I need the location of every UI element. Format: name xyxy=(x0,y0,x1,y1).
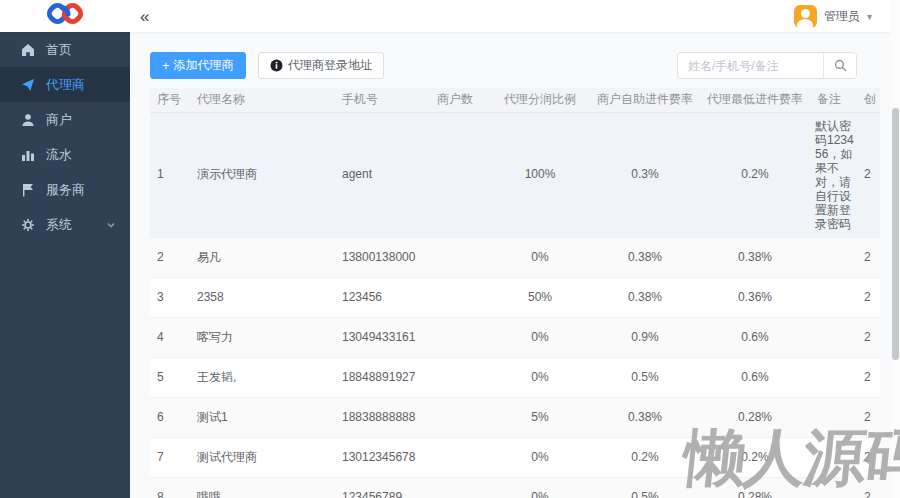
table-row[interactable]: 3235812345650%0.38%0.36%2 xyxy=(150,277,880,317)
column-header: 序号 xyxy=(150,88,190,112)
column-header: 商户自助进件费率 xyxy=(590,88,700,112)
sidebar-item-merchants[interactable]: 商户 xyxy=(0,102,130,137)
cell-merchants xyxy=(430,357,490,397)
column-header: 代理名称 xyxy=(190,88,335,112)
cell-agent_min_rate: 0.36% xyxy=(700,277,810,317)
cell-merchants xyxy=(430,317,490,357)
cell-remark xyxy=(810,317,856,357)
home-icon xyxy=(21,43,35,57)
cell-agent_min_rate: 0.6% xyxy=(700,357,810,397)
agents-table: 序号代理名称手机号商户数代理分润比例商户自助进件费率代理最低进件费率备注创 1演… xyxy=(150,88,880,498)
cell-share: 50% xyxy=(490,277,590,317)
cell-name: 测试1 xyxy=(190,397,335,437)
cell-agent_min_rate: 0.28% xyxy=(700,397,810,437)
cell-remark xyxy=(810,357,856,397)
sidebar-item-home[interactable]: 首页 xyxy=(0,32,130,67)
cell-remark xyxy=(810,397,856,437)
cell-name: 喀写力 xyxy=(190,317,335,357)
main-content: + 添加代理商 代理商登录地址 序号代理名称手机号商户数代 xyxy=(130,32,890,498)
app-logo[interactable] xyxy=(0,2,130,30)
cell-remark: 默认密码123456，如果不对，请自行设置新登录密码 xyxy=(810,112,856,237)
cell-share: 0% xyxy=(490,437,590,477)
cell-remark xyxy=(810,237,856,277)
cell-phone: agent xyxy=(335,112,430,237)
cell-phone: 18848891927 xyxy=(335,357,430,397)
cell-created: 2 xyxy=(856,397,880,437)
cell-merchants xyxy=(430,277,490,317)
table-row[interactable]: 2易凡138001380000%0.38%0.38%2 xyxy=(150,237,880,277)
sidebar-item-label: 商户 xyxy=(46,111,72,129)
sidebar-item-system[interactable]: 系统 xyxy=(0,207,130,242)
cell-created: 2 xyxy=(856,357,880,397)
user-icon xyxy=(21,113,35,127)
bar-chart-icon xyxy=(21,148,35,162)
cell-phone: 13800138000 xyxy=(335,237,430,277)
sidebar-item-label: 系统 xyxy=(46,216,72,234)
plus-icon: + xyxy=(162,58,170,73)
search-button[interactable] xyxy=(823,53,856,78)
cell-created: 2 xyxy=(856,317,880,357)
cell-no: 3 xyxy=(150,277,190,317)
top-header: « 管理员 ▾ xyxy=(0,0,900,32)
cell-share: 0% xyxy=(490,237,590,277)
page-scrollbar xyxy=(890,0,900,498)
table-row[interactable]: 6测试1188388888885%0.38%0.28%2 xyxy=(150,397,880,437)
send-icon xyxy=(21,78,35,92)
cell-created: 2 xyxy=(856,437,880,477)
table-row[interactable]: 4喀写力130494331610%0.9%0.6%2 xyxy=(150,317,880,357)
cell-share: 0% xyxy=(490,317,590,357)
user-name: 管理员 xyxy=(824,8,860,25)
table-row[interactable]: 8哦哦1234567890%0.5%0.28%2 xyxy=(150,477,880,498)
sidebar-item-label: 服务商 xyxy=(46,181,85,199)
cell-share: 100% xyxy=(490,112,590,237)
cell-agent_min_rate: 0.2% xyxy=(700,437,810,477)
cell-no: 4 xyxy=(150,317,190,357)
chevron-down-icon: ▾ xyxy=(867,11,872,22)
sidebar-item-flow[interactable]: 流水 xyxy=(0,137,130,172)
column-header: 创 xyxy=(856,88,880,112)
cell-merchant_rate: 0.2% xyxy=(590,437,700,477)
cell-name: 测试代理商 xyxy=(190,437,335,477)
sidebar-item-agents[interactable]: 代理商 xyxy=(0,67,130,102)
table-row[interactable]: 1演示代理商agent100%0.3%0.2%默认密码123456，如果不对，请… xyxy=(150,112,880,237)
add-agent-button[interactable]: + 添加代理商 xyxy=(150,52,246,79)
user-menu[interactable]: 管理员 ▾ xyxy=(794,5,872,28)
info-icon xyxy=(270,59,283,72)
cell-remark xyxy=(810,277,856,317)
table-row[interactable]: 7测试代理商130123456780%0.2%0.2%2 xyxy=(150,437,880,477)
flag-icon xyxy=(21,183,35,197)
cell-created: 2 xyxy=(856,277,880,317)
cell-phone: 13049433161 xyxy=(335,317,430,357)
cell-merchant_rate: 0.5% xyxy=(590,477,700,498)
cell-merchants xyxy=(430,437,490,477)
cell-created: 2 xyxy=(856,237,880,277)
toolbar: + 添加代理商 代理商登录地址 xyxy=(150,52,870,79)
sidebar-collapse-icon[interactable]: « xyxy=(140,8,149,25)
column-header: 代理最低进件费率 xyxy=(700,88,810,112)
cell-no: 8 xyxy=(150,477,190,498)
search-icon xyxy=(834,59,847,72)
cell-created: 2 xyxy=(856,112,880,237)
cell-no: 7 xyxy=(150,437,190,477)
sidebar-item-providers[interactable]: 服务商 xyxy=(0,172,130,207)
column-header: 代理分润比例 xyxy=(490,88,590,112)
gear-icon xyxy=(21,218,35,232)
cell-merchants xyxy=(430,112,490,237)
sidebar-item-label: 流水 xyxy=(46,146,72,164)
cell-merchants xyxy=(430,237,490,277)
table-body: 1演示代理商agent100%0.3%0.2%默认密码123456，如果不对，请… xyxy=(150,112,880,498)
cell-merchant_rate: 0.38% xyxy=(590,237,700,277)
sidebar-item-label: 首页 xyxy=(46,41,72,59)
table-row[interactable]: 5王发韬,188488919270%0.5%0.6%2 xyxy=(150,357,880,397)
sidebar-item-label: 代理商 xyxy=(46,76,85,94)
column-header: 备注 xyxy=(810,88,856,112)
scrollbar-thumb[interactable] xyxy=(892,108,899,360)
agent-login-url-button[interactable]: 代理商登录地址 xyxy=(258,52,384,79)
search-input[interactable] xyxy=(678,53,823,78)
chevron-down-icon xyxy=(106,220,116,230)
cell-remark xyxy=(810,477,856,498)
cell-created: 2 xyxy=(856,477,880,498)
cell-agent_min_rate: 0.38% xyxy=(700,237,810,277)
search-group xyxy=(677,52,857,79)
column-header: 手机号 xyxy=(335,88,430,112)
